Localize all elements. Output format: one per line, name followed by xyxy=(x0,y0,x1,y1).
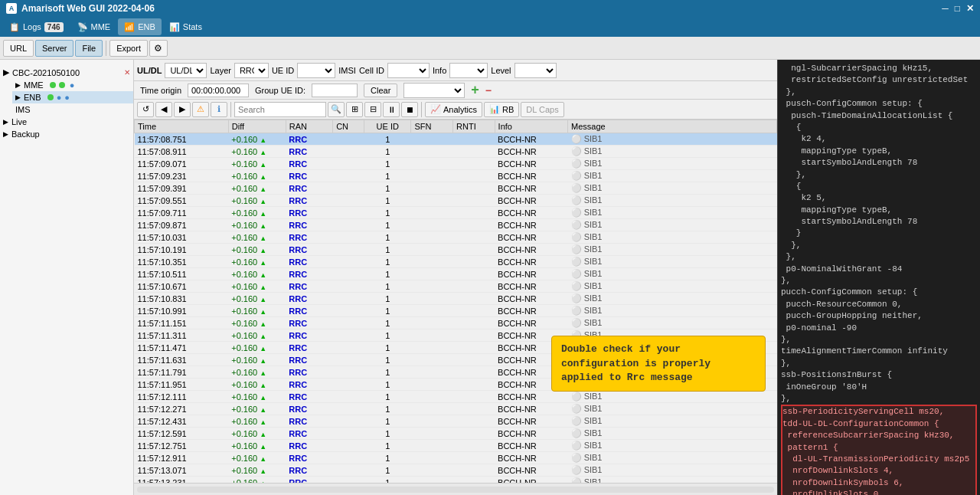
table-row[interactable]: 11:57:10.511+0.160 ▲RRC1BCCH-NR⚪ SIB1 xyxy=(135,268,777,280)
table-row[interactable]: 11:57:09.231+0.160 ▲RRC1BCCH-NR⚪ SIB1 xyxy=(135,170,777,182)
uldl-select[interactable]: UL/DL xyxy=(165,63,207,78)
close-icon[interactable]: ✕ xyxy=(966,3,974,14)
table-cell: ⚪ SIB1 xyxy=(568,146,777,158)
table-cell: RRC xyxy=(286,195,332,207)
mme-menu[interactable]: 📡 MME xyxy=(71,18,117,35)
code-line: startSymbolAndLength 78 xyxy=(781,216,977,228)
table-row[interactable]: 11:57:12.751+0.160 ▲RRC1BCCH-NR⚪ SIB1 xyxy=(135,440,777,452)
dl-caps-button[interactable]: DL Caps xyxy=(521,102,564,117)
maximize-icon[interactable]: □ xyxy=(955,3,960,14)
code-line: } xyxy=(781,228,977,239)
info-select[interactable] xyxy=(449,63,488,78)
sidebar-item-cbc[interactable]: ▶ CBC-2021050100 ✕ xyxy=(0,66,133,79)
stop-icon[interactable]: ⏹ xyxy=(401,102,418,117)
table-cell: 1 xyxy=(364,391,411,403)
table-row[interactable]: 11:57:10.351+0.160 ▲RRC1BCCH-NR⚪ SIB1 xyxy=(135,256,777,268)
col-header-diff[interactable]: Diff xyxy=(228,120,286,133)
table-row[interactable]: 11:57:08.911+0.160 ▲RRC1BCCH-NR⚪ SIB1 xyxy=(135,146,777,158)
table-row[interactable]: 11:57:10.831+0.160 ▲RRC1BCCH-NR⚪ SIB1 xyxy=(135,293,777,305)
search-icon[interactable]: 🔍 xyxy=(328,102,345,117)
stats-menu[interactable]: 📊 Stats xyxy=(163,18,208,35)
table-row[interactable]: 11:57:09.871+0.160 ▲RRC1BCCH-NR⚪ SIB1 xyxy=(135,219,777,231)
sidebar-item-mme[interactable]: ▶ MME ● xyxy=(12,79,133,91)
titlebar: A Amarisoft Web GUI 2022-04-06 ─ □ ✕ xyxy=(0,0,980,17)
table-row[interactable]: 11:57:10.991+0.160 ▲RRC1BCCH-NR⚪ SIB1 xyxy=(135,305,777,317)
group-ueid-input[interactable] xyxy=(312,84,358,97)
settings-icon[interactable]: ⚙ xyxy=(149,40,168,57)
table-row[interactable]: 11:57:12.911+0.160 ▲RRC1BCCH-NR⚪ SIB1 xyxy=(135,452,777,464)
table-row[interactable]: 11:57:13.231+0.160 ▲RRC1BCCH-NR⚪ SIB1 xyxy=(135,477,777,484)
sidebar-item-live[interactable]: ▶ Live xyxy=(0,116,133,128)
col-header-msg[interactable]: Message xyxy=(568,120,777,133)
col-header-ueid[interactable]: UE ID xyxy=(364,120,411,133)
table-cell xyxy=(411,244,453,256)
analytics-button[interactable]: 📈 Analytics xyxy=(425,102,482,117)
col-header-time[interactable]: Time xyxy=(135,120,229,133)
code-line: }, xyxy=(781,87,977,98)
sidebar-item-backup[interactable]: ▶ Backup xyxy=(0,128,133,140)
table-cell xyxy=(453,391,495,403)
back-button[interactable]: ◀ xyxy=(155,102,172,117)
refresh-button[interactable]: ↺ xyxy=(137,102,154,117)
level-select[interactable] xyxy=(514,63,557,78)
table-row[interactable]: 11:57:10.191+0.160 ▲RRC1BCCH-NR⚪ SIB1 xyxy=(135,244,777,256)
enb-close-icon[interactable]: ● xyxy=(64,93,70,102)
col-header-sfn[interactable]: SFN xyxy=(411,120,453,133)
table-row[interactable]: 11:57:12.431+0.160 ▲RRC1BCCH-NR⚪ SIB1 xyxy=(135,415,777,428)
logs-menu[interactable]: 📋 Logs 746 xyxy=(3,18,70,35)
file-button[interactable]: File xyxy=(75,40,103,57)
layer-select[interactable]: RRC xyxy=(234,63,269,78)
bottom-scrollbar[interactable] xyxy=(134,483,777,495)
table-row[interactable]: 11:57:12.591+0.160 ▲RRC1BCCH-NR⚪ SIB1 xyxy=(135,428,777,440)
table-row[interactable]: 11:57:10.671+0.160 ▲RRC1BCCH-NR⚪ SIB1 xyxy=(135,280,777,293)
live-label: Live xyxy=(11,117,27,126)
grid-icon2[interactable]: ⊟ xyxy=(364,102,381,117)
table-row[interactable]: 11:57:08.751+0.160 ▲RRC1BCCH-NR⚪ SIB1 xyxy=(135,133,777,146)
table-row[interactable]: 11:57:12.271+0.160 ▲RRC1BCCH-NR⚪ SIB1 xyxy=(135,403,777,415)
table-cell xyxy=(453,477,495,484)
table-row[interactable]: 11:57:09.391+0.160 ▲RRC1BCCH-NR⚪ SIB1 xyxy=(135,182,777,195)
table-cell xyxy=(411,231,453,244)
table-row[interactable]: 11:57:10.031+0.160 ▲RRC1BCCH-NR⚪ SIB1 xyxy=(135,231,777,244)
remove-button[interactable]: − xyxy=(485,84,492,97)
server-button[interactable]: Server xyxy=(35,40,74,57)
cbc-label: CBC-2021050100 xyxy=(12,68,80,77)
table-row[interactable]: 11:57:09.711+0.160 ▲RRC1BCCH-NR⚪ SIB1 xyxy=(135,207,777,219)
table-cell: BCCH-NR xyxy=(495,452,567,464)
col-header-ran[interactable]: RAN xyxy=(286,120,332,133)
table-cell xyxy=(411,354,453,366)
ueid-select[interactable] xyxy=(297,63,335,78)
export-button[interactable]: Export xyxy=(109,40,148,57)
col-header-rnti[interactable]: RNTI xyxy=(453,120,495,133)
table-row[interactable]: 11:57:11.151+0.160 ▲RRC1BCCH-NR⚪ SIB1 xyxy=(135,317,777,329)
col-header-cn[interactable]: CN xyxy=(333,120,364,133)
mme-close-icon[interactable]: ● xyxy=(70,80,75,90)
url-button[interactable]: URL xyxy=(3,40,34,57)
sidebar-item-ims[interactable]: IMS xyxy=(12,103,133,116)
forward-button[interactable]: ▶ xyxy=(174,102,191,117)
clear-select[interactable] xyxy=(403,83,465,98)
col-header-info[interactable]: Info xyxy=(495,120,567,133)
search-input[interactable] xyxy=(234,102,326,117)
table-row[interactable]: 11:57:09.071+0.160 ▲RRC1BCCH-NR⚪ SIB1 xyxy=(135,158,777,170)
minimize-icon[interactable]: ─ xyxy=(942,3,949,14)
sidebar-item-enb[interactable]: ▶ ENB ● ● xyxy=(12,91,133,103)
pause-icon[interactable]: ⏸ xyxy=(383,102,400,117)
table-row[interactable]: 11:57:13.071+0.160 ▲RRC1BCCH-NR⚪ SIB1 xyxy=(135,464,777,477)
code-line: pucch-GroupHopping neither, xyxy=(781,310,977,322)
table-cell xyxy=(411,268,453,280)
enb-menu[interactable]: 📶 ENB xyxy=(118,18,162,35)
add-button[interactable]: + xyxy=(471,82,479,98)
info-button[interactable]: ℹ xyxy=(211,102,227,117)
table-cell xyxy=(411,195,453,207)
grid-icon[interactable]: ⊞ xyxy=(346,102,363,117)
rb-button[interactable]: 📊 RB xyxy=(484,102,519,117)
clear-button[interactable]: Clear xyxy=(364,84,397,97)
cellid-select[interactable] xyxy=(387,63,430,78)
warning-button[interactable]: ⚠ xyxy=(192,102,209,117)
sidebar-close-cbc[interactable]: ✕ xyxy=(124,68,130,77)
table-row[interactable]: 11:57:09.551+0.160 ▲RRC1BCCH-NR⚪ SIB1 xyxy=(135,195,777,207)
time-origin-input[interactable] xyxy=(188,84,249,97)
table-row[interactable]: 11:57:12.111+0.160 ▲RRC1BCCH-NR⚪ SIB1 xyxy=(135,391,777,403)
log-table-container[interactable]: Time Diff RAN CN UE ID SFN RNTI Info Mes… xyxy=(134,120,777,483)
